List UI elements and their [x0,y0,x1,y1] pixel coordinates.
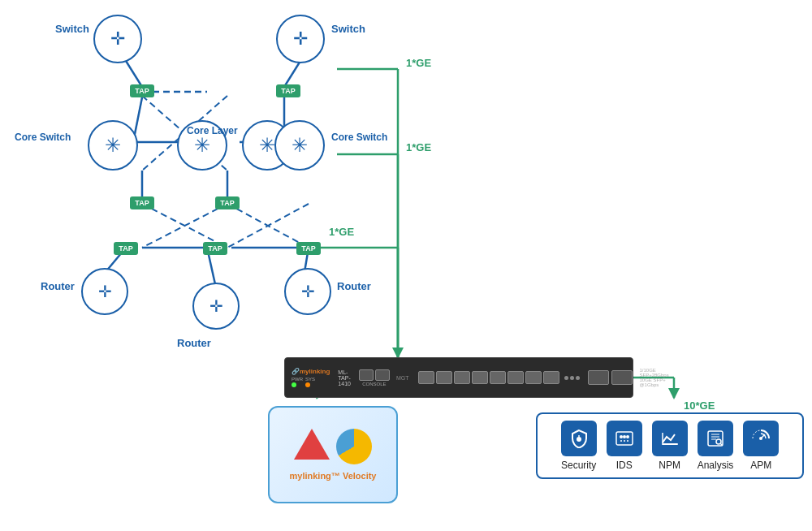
switch1-label: Switch [55,23,89,35]
svg-point-39 [627,440,628,442]
tap3-box: TAP [130,196,154,209]
ge-label-10: 10*GE [684,399,715,412]
sys-led [305,382,310,387]
pwr-led [292,382,296,387]
core-layer-label: Core Layer [187,125,238,136]
analysis-icon [698,421,733,456]
tool-analysis: Analysis [698,421,734,471]
port-labels: 1/10GE SFP+28Gbps 10GE SFP+ @1Gbps [639,368,668,387]
monitor-box: mylinking™ Velocity [268,406,398,503]
svg-line-11 [284,61,300,87]
router3-label: Router [337,280,371,292]
tool-apm: APM [743,421,779,471]
sfp-port6 [508,371,524,384]
ids-label: IDS [616,460,633,471]
sfp-port2 [436,371,452,384]
core-switch1-label: Core Switch [15,132,71,143]
sfp-port7 [525,371,542,384]
svg-line-49 [761,434,765,438]
router1-label: Router [41,280,75,292]
rj45-section: CONSOLE [359,369,390,386]
svg-point-34 [620,435,623,438]
switch2-label: Switch [331,23,365,35]
tap6-box: TAP [203,242,227,255]
tools-box: Security IDS [536,412,804,479]
monitor-icons [294,429,372,464]
router2-node: ✛ [192,283,240,330]
core-switch2-node: ✳ [274,120,325,171]
tool-npm: NPM [652,421,688,471]
tap4-box: TAP [215,196,240,209]
svg-point-36 [626,435,629,438]
rj45-port2 [375,369,390,381]
rack-device: 🔗mylinking PWR SYS ML-TAP-1410 CONSOLE [284,357,633,398]
triangle-icon [294,429,330,460]
tool-security: Security [561,421,597,471]
apm-label: APM [750,460,771,471]
tools-row: Security IDS [561,421,780,471]
ge-label-3: 1*GE [329,226,354,238]
svg-marker-7 [668,388,680,399]
sfp-port5 [490,371,506,384]
svg-line-13 [134,97,142,138]
10ge-port1 [588,370,609,385]
apm-icon [743,421,779,456]
router3-node: ✛ [284,268,331,315]
svg-point-38 [624,440,625,442]
mgmt-label: MGT [396,375,409,381]
ids-icon [607,421,642,456]
svg-point-35 [623,435,626,438]
tap1-box: TAP [130,84,154,97]
svg-line-10 [126,61,142,87]
sfp-port1 [418,371,434,384]
switch2-node: ✛ [276,15,325,63]
security-icon [561,421,597,456]
status-leds [564,376,580,380]
core-switch2-label: Core Switch [331,132,387,143]
sfp-port8 [543,371,559,384]
rj45-port1 [359,369,374,381]
ge-label-1: 1*GE [406,57,431,69]
npm-label: NPM [659,460,680,471]
led-group: PWR SYS [292,377,330,387]
analysis-label: Analysis [698,460,734,471]
brand-logo: 🔗mylinking [292,368,330,375]
tap5-box: TAP [114,242,138,255]
10ge-port2 [611,370,633,385]
npm-icon [652,421,688,456]
sfp-port4 [472,371,488,384]
svg-point-32 [577,437,581,442]
core-switch1-node: ✳ [88,120,138,171]
svg-point-46 [716,439,721,444]
security-label: Security [561,460,596,471]
router1-node: ✛ [81,268,128,315]
tool-ids: IDS [607,421,642,471]
svg-rect-40 [662,443,678,445]
10ge-sfp-ports [588,370,633,385]
diagram-container: ✛ Switch ✛ Switch TAP TAP ✳ Core Switch … [0,0,812,531]
svg-point-37 [620,440,622,442]
brand-velocity: mylinking™ Velocity [290,471,377,481]
tap7-box: TAP [296,242,321,255]
ge-label-2: 1*GE [406,141,431,153]
sfp-port3 [454,371,470,384]
tap2-box: TAP [276,84,300,97]
switch1-node: ✛ [93,15,142,63]
router2-label: Router [177,337,211,349]
model-label: ML-TAP-1410 [338,369,351,386]
pie-icon [336,429,372,464]
sfp-ports [418,371,559,384]
